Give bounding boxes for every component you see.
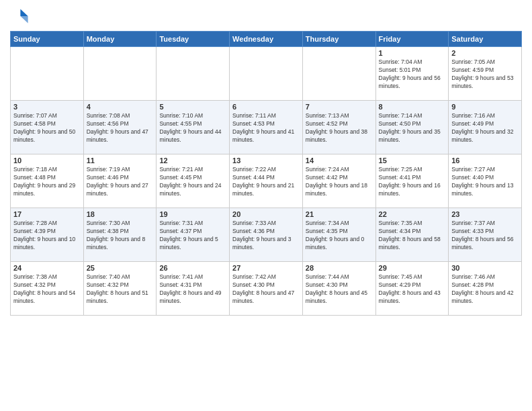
weekday-header-wednesday: Wednesday <box>230 32 303 47</box>
day-number: 10 <box>13 156 81 165</box>
day-info: Sunrise: 7:21 AMSunset: 4:45 PMDaylight:… <box>159 166 226 198</box>
day-number: 1 <box>379 49 446 57</box>
weekday-header-thursday: Thursday <box>302 32 375 47</box>
calendar-week-row-2: 3Sunrise: 7:07 AMSunset: 4:58 PMDaylight… <box>11 101 522 154</box>
calendar-cell <box>83 47 157 101</box>
day-number: 13 <box>232 156 300 165</box>
calendar-cell: 1Sunrise: 7:04 AMSunset: 5:01 PMDaylight… <box>375 47 449 101</box>
day-number: 21 <box>306 210 373 218</box>
calendar-week-row-3: 10Sunrise: 7:18 AMSunset: 4:48 PMDayligh… <box>11 154 522 208</box>
day-info: Sunrise: 7:10 AMSunset: 4:55 PMDaylight:… <box>159 112 226 144</box>
weekday-header-tuesday: Tuesday <box>157 32 230 47</box>
calendar-cell <box>302 47 375 101</box>
calendar-cell: 22Sunrise: 7:35 AMSunset: 4:34 PMDayligh… <box>375 208 449 262</box>
weekday-header-saturday: Saturday <box>449 32 522 47</box>
day-info: Sunrise: 7:37 AMSunset: 4:33 PMDaylight:… <box>451 220 519 252</box>
calendar-cell: 4Sunrise: 7:08 AMSunset: 4:56 PMDaylight… <box>83 101 157 154</box>
day-info: Sunrise: 7:27 AMSunset: 4:40 PMDaylight:… <box>451 166 519 198</box>
day-number: 8 <box>379 103 446 111</box>
calendar-cell: 7Sunrise: 7:13 AMSunset: 4:52 PMDaylight… <box>302 101 375 154</box>
calendar-cell: 29Sunrise: 7:45 AMSunset: 4:29 PMDayligh… <box>375 262 449 316</box>
day-number: 23 <box>451 210 519 218</box>
day-number: 25 <box>87 264 154 272</box>
calendar-cell: 25Sunrise: 7:40 AMSunset: 4:32 PMDayligh… <box>83 262 157 316</box>
calendar-cell: 24Sunrise: 7:38 AMSunset: 4:32 PMDayligh… <box>11 262 84 316</box>
calendar-cell: 26Sunrise: 7:41 AMSunset: 4:31 PMDayligh… <box>157 262 230 316</box>
day-info: Sunrise: 7:41 AMSunset: 4:31 PMDaylight:… <box>159 273 226 306</box>
calendar-cell <box>230 47 303 101</box>
calendar-cell: 14Sunrise: 7:24 AMSunset: 4:42 PMDayligh… <box>302 154 375 208</box>
day-number: 11 <box>87 156 154 165</box>
day-number: 18 <box>87 210 154 218</box>
weekday-header-monday: Monday <box>83 32 157 47</box>
day-info: Sunrise: 7:05 AMSunset: 4:59 PMDaylight:… <box>451 58 519 91</box>
day-number: 29 <box>379 264 446 272</box>
svg-marker-1 <box>20 16 28 24</box>
day-number: 12 <box>159 156 226 165</box>
day-info: Sunrise: 7:19 AMSunset: 4:46 PMDaylight:… <box>87 166 154 198</box>
day-info: Sunrise: 7:44 AMSunset: 4:30 PMDaylight:… <box>306 273 373 306</box>
day-info: Sunrise: 7:22 AMSunset: 4:44 PMDaylight:… <box>232 166 300 198</box>
day-number: 5 <box>159 103 226 111</box>
calendar-cell: 27Sunrise: 7:42 AMSunset: 4:30 PMDayligh… <box>230 262 303 316</box>
calendar-cell: 28Sunrise: 7:44 AMSunset: 4:30 PMDayligh… <box>302 262 375 316</box>
calendar-cell <box>11 47 84 101</box>
calendar-cell: 11Sunrise: 7:19 AMSunset: 4:46 PMDayligh… <box>83 154 157 208</box>
day-info: Sunrise: 7:11 AMSunset: 4:53 PMDaylight:… <box>232 112 300 144</box>
calendar-cell: 13Sunrise: 7:22 AMSunset: 4:44 PMDayligh… <box>230 154 303 208</box>
day-number: 4 <box>87 103 154 111</box>
weekday-header-friday: Friday <box>375 32 449 47</box>
day-info: Sunrise: 7:35 AMSunset: 4:34 PMDaylight:… <box>379 220 446 252</box>
day-number: 9 <box>451 103 519 111</box>
page-header <box>10 7 522 26</box>
day-info: Sunrise: 7:04 AMSunset: 5:01 PMDaylight:… <box>379 58 446 91</box>
calendar-week-row-4: 17Sunrise: 7:28 AMSunset: 4:39 PMDayligh… <box>11 208 522 262</box>
calendar-cell: 16Sunrise: 7:27 AMSunset: 4:40 PMDayligh… <box>449 154 522 208</box>
day-info: Sunrise: 7:07 AMSunset: 4:58 PMDaylight:… <box>13 112 81 144</box>
day-info: Sunrise: 7:30 AMSunset: 4:38 PMDaylight:… <box>87 220 154 252</box>
calendar-cell: 5Sunrise: 7:10 AMSunset: 4:55 PMDaylight… <box>157 101 230 154</box>
day-info: Sunrise: 7:13 AMSunset: 4:52 PMDaylight:… <box>306 112 373 144</box>
calendar-table: SundayMondayTuesdayWednesdayThursdayFrid… <box>10 31 522 316</box>
calendar-cell <box>157 47 230 101</box>
day-info: Sunrise: 7:45 AMSunset: 4:29 PMDaylight:… <box>379 273 446 306</box>
day-info: Sunrise: 7:38 AMSunset: 4:32 PMDaylight:… <box>13 273 81 306</box>
day-info: Sunrise: 7:34 AMSunset: 4:35 PMDaylight:… <box>306 220 373 252</box>
svg-marker-0 <box>20 9 28 17</box>
day-number: 19 <box>159 210 226 218</box>
weekday-header-row: SundayMondayTuesdayWednesdayThursdayFrid… <box>11 32 522 47</box>
day-number: 7 <box>306 103 373 111</box>
calendar-cell: 17Sunrise: 7:28 AMSunset: 4:39 PMDayligh… <box>11 208 84 262</box>
weekday-header-sunday: Sunday <box>11 32 84 47</box>
day-info: Sunrise: 7:25 AMSunset: 4:41 PMDaylight:… <box>379 166 446 198</box>
day-info: Sunrise: 7:46 AMSunset: 4:28 PMDaylight:… <box>451 273 519 306</box>
day-info: Sunrise: 7:16 AMSunset: 4:49 PMDaylight:… <box>451 112 519 144</box>
day-info: Sunrise: 7:28 AMSunset: 4:39 PMDaylight:… <box>13 220 81 252</box>
day-number: 27 <box>232 264 300 272</box>
day-number: 14 <box>306 156 373 165</box>
calendar-cell: 8Sunrise: 7:14 AMSunset: 4:50 PMDaylight… <box>375 101 449 154</box>
day-number: 24 <box>13 264 81 272</box>
calendar-cell: 23Sunrise: 7:37 AMSunset: 4:33 PMDayligh… <box>449 208 522 262</box>
logo <box>10 7 32 26</box>
day-info: Sunrise: 7:42 AMSunset: 4:30 PMDaylight:… <box>232 273 300 306</box>
day-number: 26 <box>159 264 226 272</box>
logo-icon <box>10 7 29 26</box>
calendar-cell: 20Sunrise: 7:33 AMSunset: 4:36 PMDayligh… <box>230 208 303 262</box>
day-info: Sunrise: 7:18 AMSunset: 4:48 PMDaylight:… <box>13 166 81 198</box>
calendar-cell: 21Sunrise: 7:34 AMSunset: 4:35 PMDayligh… <box>302 208 375 262</box>
calendar-week-row-5: 24Sunrise: 7:38 AMSunset: 4:32 PMDayligh… <box>11 262 522 316</box>
day-number: 6 <box>232 103 300 111</box>
day-number: 17 <box>13 210 81 218</box>
calendar-cell: 3Sunrise: 7:07 AMSunset: 4:58 PMDaylight… <box>11 101 84 154</box>
calendar-cell: 30Sunrise: 7:46 AMSunset: 4:28 PMDayligh… <box>449 262 522 316</box>
day-number: 16 <box>451 156 519 165</box>
calendar-cell: 6Sunrise: 7:11 AMSunset: 4:53 PMDaylight… <box>230 101 303 154</box>
calendar-cell: 10Sunrise: 7:18 AMSunset: 4:48 PMDayligh… <box>11 154 84 208</box>
calendar-cell: 18Sunrise: 7:30 AMSunset: 4:38 PMDayligh… <box>83 208 157 262</box>
day-number: 15 <box>379 156 446 165</box>
calendar-cell: 15Sunrise: 7:25 AMSunset: 4:41 PMDayligh… <box>375 154 449 208</box>
calendar-cell: 19Sunrise: 7:31 AMSunset: 4:37 PMDayligh… <box>157 208 230 262</box>
calendar-cell: 12Sunrise: 7:21 AMSunset: 4:45 PMDayligh… <box>157 154 230 208</box>
day-info: Sunrise: 7:08 AMSunset: 4:56 PMDaylight:… <box>87 112 154 144</box>
